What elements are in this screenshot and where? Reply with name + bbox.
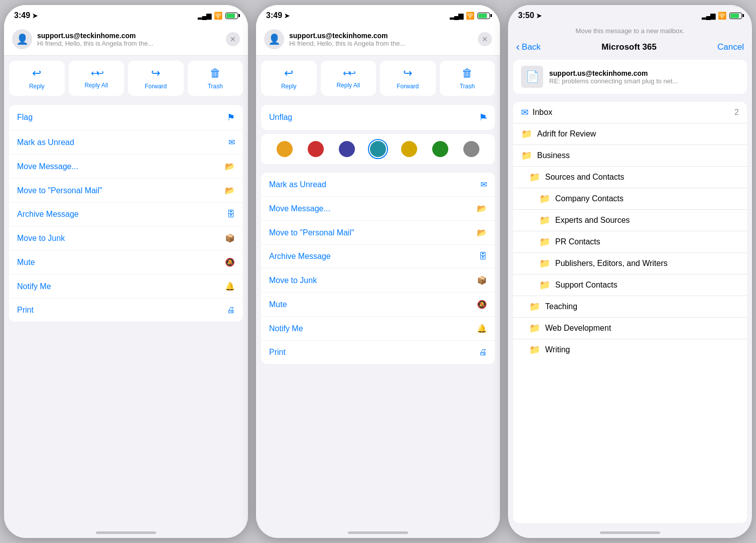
flag-item-1[interactable]: Flag ⚑ — [9, 105, 243, 130]
color-dot-teal[interactable] — [370, 141, 386, 157]
folder-business[interactable]: 📁 Business — [513, 145, 747, 167]
folder-label-support: Support Contacts — [555, 281, 617, 290]
back-button[interactable]: ‹ Back — [516, 41, 541, 54]
reply-icon-2: ↩ — [284, 67, 293, 80]
color-dot-purple[interactable] — [339, 141, 355, 157]
location-arrow-3: ➤ — [536, 12, 542, 20]
color-dot-orange[interactable] — [277, 141, 293, 157]
menu-group-2: Mark as Unread ✉ Move Message... 📂 Move … — [261, 173, 495, 364]
folder-icon-pr: 📁 — [539, 236, 550, 247]
archive-item-1[interactable]: Archive Message 🗄 — [9, 203, 243, 226]
mark-unread-item-2[interactable]: Mark as Unread ✉ — [261, 173, 495, 197]
folder-pr[interactable]: 📁 PR Contacts — [513, 231, 747, 253]
print-icon-1: 🖨 — [227, 306, 235, 315]
email-preview-card: 📄 support.us@teckinhome.com RE: problems… — [513, 60, 747, 94]
move-message-icon-2: 📂 — [477, 204, 487, 213]
reply-all-button-1[interactable]: ↩↩ Reply All — [69, 61, 124, 96]
folder-writing[interactable]: 📁 Writing — [513, 339, 747, 360]
email-header-text-1: support.us@teckinhome.com Hi friend, Hel… — [37, 32, 221, 47]
move-junk-label-1: Move to Junk — [17, 234, 65, 243]
trash-button-1[interactable]: 🗑 Trash — [188, 61, 243, 96]
screen2: 3:49 ➤ ▂▄▆ 🛜 👤 support.us@teckinhome.com… — [256, 5, 500, 538]
inbox-item[interactable]: ✉ Inbox 2 — [513, 102, 747, 123]
flag-icon-1: ⚑ — [227, 112, 235, 123]
home-indicator-1 — [4, 523, 248, 538]
mute-item-1[interactable]: Mute 🔕 — [9, 250, 243, 275]
unflag-item[interactable]: Unflag ⚑̶ — [261, 105, 495, 130]
folder-icon-sources: 📁 — [529, 172, 540, 183]
print-item-1[interactable]: Print 🖨 — [9, 299, 243, 322]
location-arrow-2: ➤ — [284, 12, 290, 20]
menu-scroll-2: Unflag ⚑̶ Mark as Unread — [256, 101, 500, 523]
mute-item-2[interactable]: Mute 🔕 — [261, 293, 495, 317]
folder-sources[interactable]: 📁 Sources and Contacts — [513, 167, 747, 188]
notify-item-1[interactable]: Notify Me 🔔 — [9, 275, 243, 299]
mailbox-list-container: ✉ Inbox 2 📁 Adrift for Review 📁 Business… — [513, 102, 747, 523]
status-icons-2: ▂▄▆ 🛜 — [450, 12, 490, 20]
reply-icon-1: ↩ — [32, 67, 41, 80]
reply-all-label-2: Reply All — [336, 82, 360, 89]
reply-all-button-2[interactable]: ↩↩ Reply All — [321, 61, 376, 96]
cancel-button[interactable]: Cancel — [717, 42, 744, 52]
folder-company[interactable]: 📁 Company Contacts — [513, 188, 747, 210]
close-button-1[interactable]: ✕ — [226, 32, 240, 46]
time-3: 3:50 — [518, 11, 534, 20]
folder-label-publishers: Publishers, Editors, and Writers — [555, 259, 668, 268]
mute-icon-2: 🔕 — [477, 300, 487, 309]
forward-button-2[interactable]: ↪ Forward — [380, 61, 436, 96]
move-junk-item-1[interactable]: Move to Junk 📦 — [9, 226, 243, 250]
folder-adrift[interactable]: 📁 Adrift for Review — [513, 123, 747, 145]
signal-icon-1: ▂▄▆ — [198, 12, 211, 20]
folder-icon-experts: 📁 — [539, 215, 550, 226]
notify-label-2: Notify Me — [269, 324, 303, 333]
reply-all-label-1: Reply All — [84, 82, 108, 89]
close-button-2[interactable]: ✕ — [478, 32, 492, 46]
spacer-bottom — [4, 326, 248, 330]
archive-item-2[interactable]: Archive Message 🗄 — [261, 245, 495, 268]
notify-label-1: Notify Me — [17, 282, 51, 291]
color-dot-red[interactable] — [308, 141, 324, 157]
print-label-2: Print — [269, 348, 286, 357]
spacer — [4, 101, 248, 105]
color-dot-green[interactable] — [432, 141, 448, 157]
move-junk-item-2[interactable]: Move to Junk 📦 — [261, 268, 495, 293]
status-icons-1: ▂▄▆ 🛜 — [198, 12, 238, 20]
folder-experts[interactable]: 📁 Experts and Sources — [513, 210, 747, 231]
spacer2b — [256, 169, 500, 173]
email-preview-1: Hi friend, Hello, this is Angela from th… — [37, 40, 221, 47]
folder-label-company: Company Contacts — [555, 194, 623, 203]
back-label: Back — [522, 42, 541, 52]
move-personal-item-1[interactable]: Move to "Personal Mail" 📂 — [9, 179, 243, 203]
folder-support[interactable]: 📁 Support Contacts — [513, 275, 747, 296]
chevron-left-icon: ‹ — [516, 41, 520, 54]
print-item-2[interactable]: Print 🖨 — [261, 341, 495, 364]
notify-item-2[interactable]: Notify Me 🔔 — [261, 317, 495, 341]
trash-icon-1: 🗑 — [210, 67, 221, 80]
move-junk-icon-2: 📦 — [477, 276, 487, 285]
reply-button-2[interactable]: ↩ Reply — [261, 61, 317, 96]
unflag-icon: ⚑̶ — [479, 112, 487, 123]
email-header-1: 👤 support.us@teckinhome.com Hi friend, H… — [4, 23, 248, 56]
reply-label-2: Reply — [281, 83, 297, 90]
menu-group-1: Flag ⚑ Mark as Unread ✉ Move Message... … — [9, 105, 243, 322]
folder-teaching[interactable]: 📁 Teaching — [513, 296, 747, 318]
folder-icon-webdev: 📁 — [529, 323, 540, 334]
forward-button-1[interactable]: ↪ Forward — [128, 61, 184, 96]
email-header-2: 👤 support.us@teckinhome.com Hi friend, H… — [256, 23, 500, 56]
trash-button-2[interactable]: 🗑 Trash — [440, 61, 495, 96]
reply-button-1[interactable]: ↩ Reply — [9, 61, 65, 96]
move-message-item-1[interactable]: Move Message... 📂 — [9, 155, 243, 179]
email-header-text-2: support.us@teckinhome.com Hi friend, Hel… — [289, 32, 473, 47]
mark-unread-item-1[interactable]: Mark as Unread ✉ — [9, 130, 243, 155]
time-2: 3:49 — [266, 11, 282, 20]
move-message-item-2[interactable]: Move Message... 📂 — [261, 197, 495, 221]
mark-unread-icon-2: ✉ — [480, 180, 487, 189]
folder-webdev[interactable]: 📁 Web Development — [513, 318, 747, 339]
notify-icon-2: 🔔 — [477, 324, 487, 333]
color-dots-row — [261, 134, 495, 165]
folder-publishers[interactable]: 📁 Publishers, Editors, and Writers — [513, 253, 747, 275]
color-dot-yellow[interactable] — [401, 141, 417, 157]
mark-unread-label-2: Mark as Unread — [269, 180, 326, 189]
color-dot-gray[interactable] — [463, 141, 479, 157]
move-personal-item-2[interactable]: Move to "Personal Mail" 📂 — [261, 221, 495, 245]
